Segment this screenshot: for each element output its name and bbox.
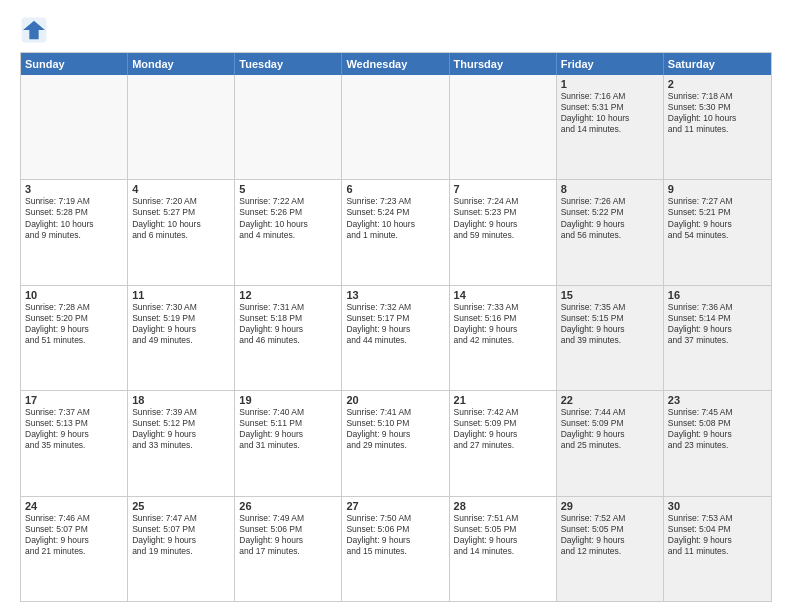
day-number: 24 (25, 500, 123, 512)
day-info: Sunrise: 7:19 AM Sunset: 5:28 PM Dayligh… (25, 196, 123, 240)
day-number: 20 (346, 394, 444, 406)
calendar-cell: 9Sunrise: 7:27 AM Sunset: 5:21 PM Daylig… (664, 180, 771, 284)
day-info: Sunrise: 7:18 AM Sunset: 5:30 PM Dayligh… (668, 91, 767, 135)
day-number: 1 (561, 78, 659, 90)
day-info: Sunrise: 7:37 AM Sunset: 5:13 PM Dayligh… (25, 407, 123, 451)
calendar-row: 17Sunrise: 7:37 AM Sunset: 5:13 PM Dayli… (21, 390, 771, 495)
calendar-cell (128, 75, 235, 179)
day-number: 19 (239, 394, 337, 406)
day-info: Sunrise: 7:22 AM Sunset: 5:26 PM Dayligh… (239, 196, 337, 240)
day-info: Sunrise: 7:53 AM Sunset: 5:04 PM Dayligh… (668, 513, 767, 557)
calendar-cell: 17Sunrise: 7:37 AM Sunset: 5:13 PM Dayli… (21, 391, 128, 495)
day-number: 17 (25, 394, 123, 406)
calendar-cell: 27Sunrise: 7:50 AM Sunset: 5:06 PM Dayli… (342, 497, 449, 601)
calendar-row: 24Sunrise: 7:46 AM Sunset: 5:07 PM Dayli… (21, 496, 771, 601)
weekday-header: Thursday (450, 53, 557, 75)
day-info: Sunrise: 7:46 AM Sunset: 5:07 PM Dayligh… (25, 513, 123, 557)
day-info: Sunrise: 7:28 AM Sunset: 5:20 PM Dayligh… (25, 302, 123, 346)
day-info: Sunrise: 7:39 AM Sunset: 5:12 PM Dayligh… (132, 407, 230, 451)
calendar-cell: 10Sunrise: 7:28 AM Sunset: 5:20 PM Dayli… (21, 286, 128, 390)
day-info: Sunrise: 7:52 AM Sunset: 5:05 PM Dayligh… (561, 513, 659, 557)
calendar-cell: 4Sunrise: 7:20 AM Sunset: 5:27 PM Daylig… (128, 180, 235, 284)
day-number: 9 (668, 183, 767, 195)
day-number: 25 (132, 500, 230, 512)
day-info: Sunrise: 7:47 AM Sunset: 5:07 PM Dayligh… (132, 513, 230, 557)
calendar-cell (21, 75, 128, 179)
day-info: Sunrise: 7:23 AM Sunset: 5:24 PM Dayligh… (346, 196, 444, 240)
calendar-cell: 12Sunrise: 7:31 AM Sunset: 5:18 PM Dayli… (235, 286, 342, 390)
day-number: 26 (239, 500, 337, 512)
calendar-cell: 7Sunrise: 7:24 AM Sunset: 5:23 PM Daylig… (450, 180, 557, 284)
weekday-header: Wednesday (342, 53, 449, 75)
day-info: Sunrise: 7:30 AM Sunset: 5:19 PM Dayligh… (132, 302, 230, 346)
day-number: 30 (668, 500, 767, 512)
day-info: Sunrise: 7:45 AM Sunset: 5:08 PM Dayligh… (668, 407, 767, 451)
calendar-cell: 21Sunrise: 7:42 AM Sunset: 5:09 PM Dayli… (450, 391, 557, 495)
calendar-cell: 24Sunrise: 7:46 AM Sunset: 5:07 PM Dayli… (21, 497, 128, 601)
calendar-cell: 26Sunrise: 7:49 AM Sunset: 5:06 PM Dayli… (235, 497, 342, 601)
day-number: 7 (454, 183, 552, 195)
day-info: Sunrise: 7:51 AM Sunset: 5:05 PM Dayligh… (454, 513, 552, 557)
calendar-cell: 22Sunrise: 7:44 AM Sunset: 5:09 PM Dayli… (557, 391, 664, 495)
day-number: 27 (346, 500, 444, 512)
day-info: Sunrise: 7:50 AM Sunset: 5:06 PM Dayligh… (346, 513, 444, 557)
day-number: 23 (668, 394, 767, 406)
calendar-cell: 30Sunrise: 7:53 AM Sunset: 5:04 PM Dayli… (664, 497, 771, 601)
day-info: Sunrise: 7:40 AM Sunset: 5:11 PM Dayligh… (239, 407, 337, 451)
calendar-cell: 20Sunrise: 7:41 AM Sunset: 5:10 PM Dayli… (342, 391, 449, 495)
day-info: Sunrise: 7:36 AM Sunset: 5:14 PM Dayligh… (668, 302, 767, 346)
header (20, 16, 772, 44)
day-info: Sunrise: 7:31 AM Sunset: 5:18 PM Dayligh… (239, 302, 337, 346)
calendar-cell: 2Sunrise: 7:18 AM Sunset: 5:30 PM Daylig… (664, 75, 771, 179)
calendar-cell: 29Sunrise: 7:52 AM Sunset: 5:05 PM Dayli… (557, 497, 664, 601)
day-number: 11 (132, 289, 230, 301)
calendar-cell: 11Sunrise: 7:30 AM Sunset: 5:19 PM Dayli… (128, 286, 235, 390)
day-number: 3 (25, 183, 123, 195)
calendar-row: 1Sunrise: 7:16 AM Sunset: 5:31 PM Daylig… (21, 75, 771, 179)
calendar-cell: 18Sunrise: 7:39 AM Sunset: 5:12 PM Dayli… (128, 391, 235, 495)
weekday-header: Saturday (664, 53, 771, 75)
day-number: 12 (239, 289, 337, 301)
day-info: Sunrise: 7:20 AM Sunset: 5:27 PM Dayligh… (132, 196, 230, 240)
logo (20, 16, 52, 44)
day-number: 18 (132, 394, 230, 406)
day-number: 16 (668, 289, 767, 301)
calendar-cell: 14Sunrise: 7:33 AM Sunset: 5:16 PM Dayli… (450, 286, 557, 390)
day-number: 5 (239, 183, 337, 195)
calendar-cell: 13Sunrise: 7:32 AM Sunset: 5:17 PM Dayli… (342, 286, 449, 390)
page: SundayMondayTuesdayWednesdayThursdayFrid… (0, 0, 792, 612)
calendar-cell: 5Sunrise: 7:22 AM Sunset: 5:26 PM Daylig… (235, 180, 342, 284)
calendar-cell: 6Sunrise: 7:23 AM Sunset: 5:24 PM Daylig… (342, 180, 449, 284)
day-info: Sunrise: 7:35 AM Sunset: 5:15 PM Dayligh… (561, 302, 659, 346)
day-info: Sunrise: 7:26 AM Sunset: 5:22 PM Dayligh… (561, 196, 659, 240)
day-number: 29 (561, 500, 659, 512)
day-number: 14 (454, 289, 552, 301)
day-info: Sunrise: 7:42 AM Sunset: 5:09 PM Dayligh… (454, 407, 552, 451)
weekday-header: Monday (128, 53, 235, 75)
day-number: 15 (561, 289, 659, 301)
day-number: 2 (668, 78, 767, 90)
day-info: Sunrise: 7:33 AM Sunset: 5:16 PM Dayligh… (454, 302, 552, 346)
day-info: Sunrise: 7:24 AM Sunset: 5:23 PM Dayligh… (454, 196, 552, 240)
calendar-cell: 16Sunrise: 7:36 AM Sunset: 5:14 PM Dayli… (664, 286, 771, 390)
day-info: Sunrise: 7:27 AM Sunset: 5:21 PM Dayligh… (668, 196, 767, 240)
calendar-cell (450, 75, 557, 179)
calendar-cell: 3Sunrise: 7:19 AM Sunset: 5:28 PM Daylig… (21, 180, 128, 284)
day-number: 8 (561, 183, 659, 195)
calendar-cell: 1Sunrise: 7:16 AM Sunset: 5:31 PM Daylig… (557, 75, 664, 179)
day-info: Sunrise: 7:32 AM Sunset: 5:17 PM Dayligh… (346, 302, 444, 346)
calendar-body: 1Sunrise: 7:16 AM Sunset: 5:31 PM Daylig… (21, 75, 771, 601)
calendar-row: 3Sunrise: 7:19 AM Sunset: 5:28 PM Daylig… (21, 179, 771, 284)
calendar: SundayMondayTuesdayWednesdayThursdayFrid… (20, 52, 772, 602)
weekday-header: Sunday (21, 53, 128, 75)
calendar-cell: 19Sunrise: 7:40 AM Sunset: 5:11 PM Dayli… (235, 391, 342, 495)
day-number: 21 (454, 394, 552, 406)
day-info: Sunrise: 7:41 AM Sunset: 5:10 PM Dayligh… (346, 407, 444, 451)
day-info: Sunrise: 7:16 AM Sunset: 5:31 PM Dayligh… (561, 91, 659, 135)
calendar-cell (235, 75, 342, 179)
calendar-cell: 28Sunrise: 7:51 AM Sunset: 5:05 PM Dayli… (450, 497, 557, 601)
calendar-cell: 8Sunrise: 7:26 AM Sunset: 5:22 PM Daylig… (557, 180, 664, 284)
calendar-cell: 25Sunrise: 7:47 AM Sunset: 5:07 PM Dayli… (128, 497, 235, 601)
weekday-header: Friday (557, 53, 664, 75)
weekday-header: Tuesday (235, 53, 342, 75)
